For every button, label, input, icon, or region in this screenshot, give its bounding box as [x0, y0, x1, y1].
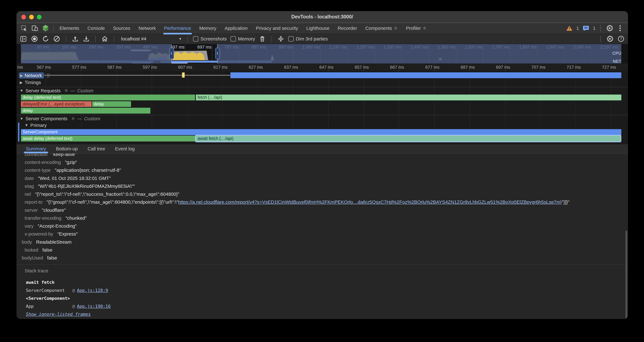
collapse-triangle-icon: ▼	[20, 117, 23, 121]
close-window-button[interactable]	[22, 15, 26, 19]
screenshots-checkbox[interactable]: Screenshots	[193, 36, 227, 42]
history-select-label: localhost #4	[120, 36, 176, 42]
property-row: bodyReadableStream	[16, 238, 628, 246]
event-bar[interactable]: delay	[21, 108, 150, 113]
source-link[interactable]: App.js:190:16	[77, 304, 110, 309]
header-row: transfer-encoding"chunked"	[16, 214, 628, 222]
tab-performance[interactable]: Performance	[160, 23, 195, 34]
tab-components[interactable]: Components⚛	[361, 23, 402, 34]
tab-console[interactable]: Console	[83, 23, 109, 34]
scrollbar-thumb[interactable]	[626, 230, 627, 319]
divider	[54, 25, 54, 32]
tab-profiler[interactable]: Profiler⚛	[402, 23, 431, 34]
timeline-overview[interactable]: 97 ms197 ms297 ms397 ms497 ms597 ms697 m…	[16, 44, 628, 64]
record-icon[interactable]	[31, 35, 38, 43]
overview-label: 697 ms	[187, 45, 212, 50]
ruler-label: 697 ms	[482, 65, 510, 70]
panel-settings-gear-icon[interactable]	[606, 35, 614, 43]
show-ignore-listed-frames-link[interactable]: Show ignore-listed frames	[26, 312, 91, 317]
more-options-icon[interactable]	[616, 25, 624, 32]
selection-handle-right[interactable]: ‖	[217, 44, 218, 64]
ruler-label: 667 ms	[376, 65, 404, 70]
tab-memory[interactable]: Memory	[195, 23, 220, 34]
tab-application[interactable]: Application	[220, 23, 252, 34]
react-icon: ⚛	[394, 26, 398, 31]
event-bar-selected[interactable]: await fetch (…/api)	[196, 136, 620, 141]
extension-gem-icon[interactable]	[42, 25, 49, 32]
main-ruler: ms567 ms577 ms587 ms597 ms607 ms617 ms62…	[16, 64, 628, 72]
upload-profile-icon[interactable]	[72, 35, 79, 43]
tab-call-tree[interactable]: Call tree	[83, 144, 110, 153]
header-row: content-encoding"gzip"	[16, 158, 628, 166]
download-profile-icon[interactable]	[82, 35, 90, 43]
track-server-requests[interactable]: ▼ Server Requests ⚛ — Custom	[20, 88, 93, 93]
header-row: date"Wed, 01 Oct 2025 18:32:01 GMT"	[16, 174, 628, 182]
event-bar[interactable]: fetch (…/api)	[196, 95, 621, 100]
selected-track-accent	[18, 123, 19, 142]
tab-privacy-security[interactable]: Privacy and security	[252, 23, 302, 34]
ruler-label: 587 ms	[93, 65, 122, 70]
chevron-down-icon: ▼	[178, 37, 182, 41]
selection-handle-left[interactable]: ‖	[171, 44, 172, 64]
checkbox-icon	[193, 36, 198, 42]
property-row: bodyUsedfalse	[16, 254, 628, 262]
zoom-window-button[interactable]	[37, 15, 42, 19]
tab-network[interactable]: Network	[134, 23, 160, 34]
header-row-report-to: report-to "{\"group\":\"cf-nel\",\"max_a…	[16, 198, 628, 206]
tab-bottom-up[interactable]: Bottom-up	[51, 144, 82, 153]
device-toolbar-icon[interactable]	[31, 25, 39, 32]
toggle-sidebar-icon[interactable]	[20, 35, 27, 43]
event-bar[interactable]: delay (deferred text)	[21, 95, 195, 100]
record-reload-icon[interactable]	[42, 35, 49, 43]
issues-icon[interactable]	[582, 25, 590, 32]
inspect-element-icon[interactable]	[20, 25, 28, 32]
collapse-sampling-icon[interactable]	[277, 35, 284, 43]
summary-pane[interactable]: connection"keep-alive" content-encoding"…	[16, 154, 628, 319]
settings-gear-icon[interactable]	[606, 25, 613, 32]
tab-elements[interactable]: Elements	[56, 23, 83, 34]
stack-entry: <ServerComponent>	[25, 294, 628, 302]
ruler-label: 607 ms	[164, 65, 192, 70]
garbage-collect-icon[interactable]	[259, 35, 266, 43]
clear-icon[interactable]	[53, 35, 60, 43]
tab-summary[interactable]: Summary	[22, 144, 50, 153]
dim-3rd-parties-checkbox[interactable]: Dim 3rd parties	[288, 36, 328, 42]
stack-frame: Show ignore-listed frames	[25, 310, 628, 318]
track-network[interactable]: ▶Network	[19, 72, 50, 79]
divider	[66, 36, 66, 42]
tab-event-log[interactable]: Event log	[110, 144, 139, 153]
home-icon[interactable]	[101, 35, 108, 43]
overview-dim-right	[217, 44, 621, 64]
stack-trace-section: Stack trace await fetch ServerComponent …	[16, 264, 628, 318]
report-endpoint-link[interactable]: https://a.nel.cloudflare.com/report/v4?s…	[178, 199, 562, 205]
event-bar[interactable]: ServerComponent	[21, 129, 621, 135]
network-request-bar[interactable]	[230, 72, 621, 78]
checkbox-icon	[230, 36, 236, 42]
warnings-icon[interactable]	[566, 25, 573, 32]
screen: DevTools - localhost:3000/ Elements Cons…	[0, 0, 644, 342]
track-timings[interactable]: ▶Timings	[20, 80, 41, 85]
event-bar[interactable]: await delay (deferred text)	[21, 136, 195, 141]
divider	[600, 25, 601, 32]
event-bar[interactable]: delayedError (…ayed exception)	[21, 101, 92, 107]
ruler-label: ms	[16, 65, 23, 70]
expand-triangle-icon: ▶	[20, 73, 23, 78]
minimize-window-button[interactable]	[29, 15, 34, 19]
history-select[interactable]: localhost #4 ▼	[120, 36, 182, 42]
track-group-primary[interactable]: ▼ Primary	[25, 123, 47, 128]
tab-lighthouse[interactable]: Lighthouse	[302, 23, 334, 34]
help-icon[interactable]: ?	[617, 35, 625, 43]
flame-chart-tracks[interactable]: ▶Network ▶Timings ▼ Server Requests ⚛ — …	[16, 72, 628, 144]
ruler-label: 727 ms	[587, 65, 616, 70]
source-link[interactable]: App.js:128:9	[77, 288, 108, 293]
header-row: server"cloudflare"	[16, 206, 628, 214]
memory-checkbox[interactable]: Memory	[230, 36, 255, 42]
event-bar[interactable]: delay	[92, 101, 131, 107]
track-server-components[interactable]: ▼ Server Components ⚛ — Custom	[20, 116, 100, 121]
tab-recorder[interactable]: Recorder	[334, 23, 361, 34]
property-row: lockedfalse	[16, 246, 628, 254]
drag-grip-icon[interactable]	[47, 73, 50, 78]
tab-sources[interactable]: Sources	[109, 23, 134, 34]
overview-content: 97 ms197 ms297 ms397 ms497 ms597 ms697 m…	[21, 44, 621, 64]
network-request-short[interactable]	[182, 72, 185, 78]
